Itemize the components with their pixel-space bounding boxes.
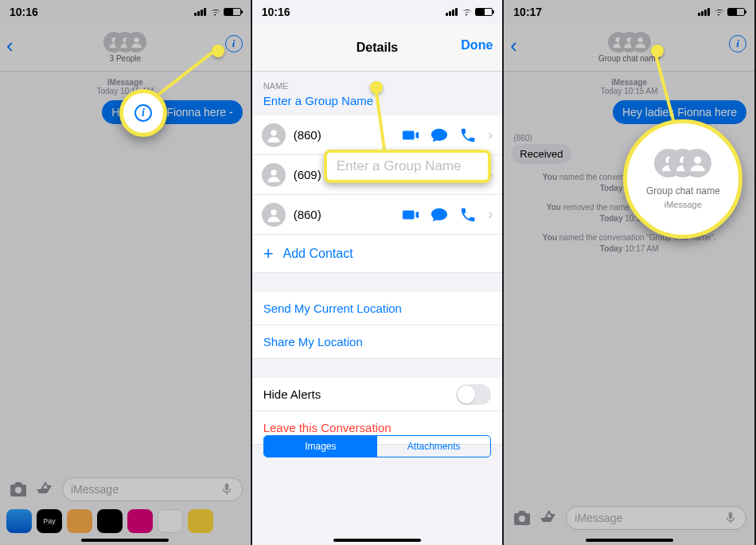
apple-pay-icon[interactable]: Pay [37,509,62,533]
panel-messages-before: 10:16 ‹ 3 People i iMessageToday 10:15 A… [0,0,252,545]
callout-group-header: Group chat name iMessage [623,119,742,239]
group-label: 3 People [110,54,141,63]
message-meta: iMessageToday 10:15 AM [0,78,251,95]
mic-icon[interactable] [220,482,234,496]
hide-alerts-toggle[interactable] [456,384,491,405]
battery-icon [224,8,241,16]
home-indicator[interactable] [586,539,673,542]
input-bar: iMessage [504,502,754,534]
callout-label: Enter a Group Name [337,158,462,174]
callout-group-name-field: Enter a Group Name [324,150,491,183]
details-header: Details Done [252,24,503,72]
camera-button[interactable] [8,479,29,500]
status-time: 10:16 [262,6,290,18]
app-dock[interactable]: Pay [0,508,251,534]
info-button[interactable]: i [225,35,243,53]
share-location-button[interactable]: Share My Location [252,325,503,359]
contact-row[interactable]: (860) › [252,195,503,235]
status-time: 10:17 [513,6,542,18]
avatar-icon [262,123,286,147]
contact-number: (860) [294,208,395,221]
system-message: You named the conversation "Group chat n… [504,232,754,255]
panel-details: 10:16 Details Done NAME Enter a Group Na… [252,0,505,545]
message-icon[interactable] [431,206,448,224]
chat-header: ‹ Group chat name i [504,24,754,72]
signal-icon [697,6,710,18]
battery-icon [475,8,493,16]
input-bar: iMessage [0,473,251,505]
callout-info-icon: i [119,89,167,137]
wifi-icon [209,6,220,18]
back-button[interactable]: ‹ [6,33,14,58]
message-input[interactable]: iMessage [566,506,746,530]
group-avatar[interactable] [613,32,646,53]
music-icon[interactable] [158,509,183,533]
status-time: 10:16 [10,6,38,18]
group-label: Group chat name [598,54,660,63]
status-bar: 10:17 [504,0,754,24]
message-meta: iMessageToday 10:15 AM [504,78,754,95]
wifi-icon [461,6,472,18]
home-indicator[interactable] [81,539,169,542]
info-icon: i [134,104,152,122]
phone-icon[interactable] [459,206,477,224]
message-input[interactable]: iMessage [62,477,243,501]
video-call-icon[interactable] [402,127,419,144]
video-call-icon[interactable] [402,206,419,224]
hide-alerts-label: Hide Alerts [263,387,321,401]
add-contact-button[interactable]: +Add Contact [252,235,503,273]
app-store-icon[interactable] [6,509,32,533]
digital-touch-icon[interactable] [97,509,123,533]
contact-number: (860) [294,128,395,142]
received-message[interactable]: Received [512,144,571,164]
panel-messages-after: 10:17 ‹ Group chat name i iMessageToday … [504,0,756,545]
signal-icon [445,6,458,18]
info-button[interactable]: i [729,35,746,53]
callout-sub: iMessage [664,200,702,209]
group-avatar-icon [661,149,704,177]
mic-icon[interactable] [723,511,738,525]
group-avatar[interactable] [108,32,142,53]
home-indicator[interactable] [333,539,421,542]
chevron-right-icon: › [488,127,493,143]
signal-icon [193,6,206,18]
tab-attachments[interactable]: Attachments [377,436,490,457]
battery-icon [727,8,745,16]
back-button[interactable]: ‹ [510,33,517,58]
segmented-control[interactable]: Images Attachments [263,435,492,457]
status-bar: 10:16 [252,0,503,24]
wifi-icon [713,6,724,18]
more-apps-icon[interactable] [188,509,213,533]
camera-button[interactable] [512,508,532,528]
send-location-button[interactable]: Send My Current Location [252,292,503,325]
callout-group-name: Group chat name [646,185,720,197]
chevron-right-icon: › [488,206,493,223]
tab-images[interactable]: Images [264,436,377,457]
avatar-icon [262,203,286,227]
avatar-icon [262,163,286,187]
status-bar: 10:16 [0,0,251,24]
done-button[interactable]: Done [461,38,493,53]
hide-alerts-row: Hide Alerts [252,378,503,411]
images-icon[interactable] [127,509,153,533]
message-icon[interactable] [431,127,448,144]
apps-button[interactable] [539,508,559,528]
phone-icon[interactable] [459,127,477,144]
memoji-icon[interactable] [67,509,92,533]
apps-button[interactable] [35,479,56,500]
page-title: Details [357,41,398,55]
